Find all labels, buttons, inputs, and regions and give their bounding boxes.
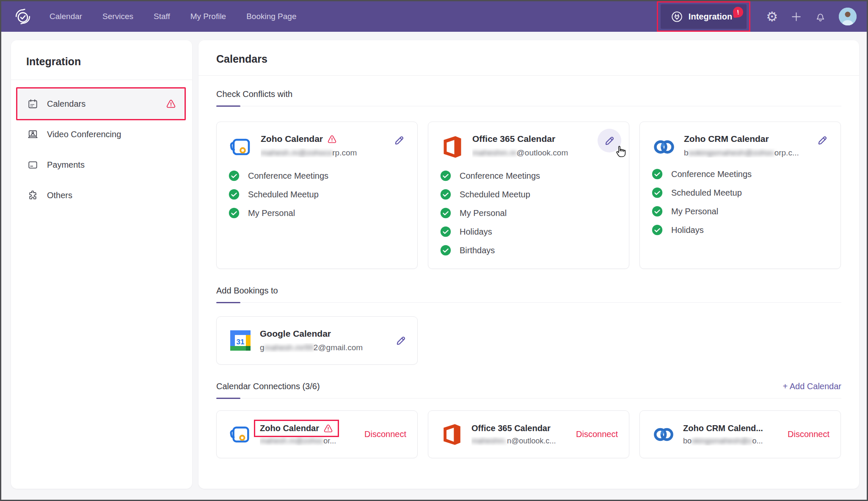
conflict-card-office-365: Office 365 Calendar maheshm.m@outlook.co…	[428, 122, 629, 269]
conflict-cards-row: Zoho Calendar mahesh.m@zohocorp.com Conf…	[216, 122, 841, 269]
nav-item-my-profile[interactable]: My Profile	[190, 12, 226, 21]
settings-icon[interactable]: ⚙	[766, 10, 778, 23]
calendar-checklist: Conference Meetings Scheduled Meetup My …	[440, 170, 617, 256]
check-icon	[652, 169, 663, 180]
integration-sidebar: Integration Calendars	[11, 40, 192, 489]
nav-item-booking-page[interactable]: Booking Page	[246, 12, 296, 21]
connection-card-office-365: Office 365 Calendar maheshm.n@outlook.c.…	[428, 410, 629, 458]
card-title: Zoho Calendar	[261, 134, 323, 144]
alert-badge: !	[733, 6, 744, 18]
svg-text:31: 31	[237, 338, 245, 346]
sidebar-item-payments[interactable]: Payments	[17, 149, 186, 180]
annotation-box-calendars	[16, 87, 186, 120]
notifications-icon[interactable]	[815, 11, 826, 22]
check-icon	[229, 208, 240, 219]
checklist-item: Conference Meetings	[652, 169, 829, 180]
disconnect-link[interactable]: Disconnect	[364, 429, 406, 439]
check-icon	[440, 245, 451, 256]
sidebar-item-others[interactable]: Others	[17, 180, 186, 210]
connection-card-zoho-calendar: Zoho Calendar mahesh.m@zohocor... Discon…	[216, 410, 418, 458]
zoho-calendar-logo	[229, 135, 253, 159]
conflict-card-zoho-crm: Zoho CRM Calendar bookingsmahesh@zohocor…	[639, 122, 841, 269]
sidebar-title: Integration	[11, 40, 192, 80]
card-title: Google Calendar	[260, 329, 331, 339]
nav-menu: Calendar Services Staff My Profile Booki…	[50, 12, 297, 21]
mouse-cursor-icon	[613, 144, 628, 159]
panel-body: Check Conflicts with Zoho Calendar mahes…	[198, 76, 859, 471]
calendar-checklist: Conference Meetings Scheduled Meetup My …	[229, 170, 405, 219]
account-email: mahesh.m@zohocorp.com	[261, 148, 382, 158]
google-calendar-logo: 31	[229, 329, 252, 352]
sidebar-item-video-conferencing[interactable]: Video Conferencing	[17, 119, 186, 149]
checklist-item: Holidays	[652, 224, 829, 235]
video-conferencing-icon	[27, 129, 39, 140]
sidebar-item-label: Calendars	[47, 99, 85, 109]
office-365-logo	[440, 423, 464, 446]
checklist-item: Scheduled Meetup	[229, 189, 405, 200]
payments-icon	[27, 159, 39, 171]
calendar-checklist: Conference Meetings Scheduled Meetup My …	[652, 169, 829, 235]
connection-card-zoho-crm: Zoho CRM Calend... bookingsmahesh@zo... …	[639, 410, 841, 458]
card-title: Office 365 Calendar	[471, 423, 551, 433]
warning-icon	[327, 134, 337, 144]
add-calendar-link[interactable]: + Add Calendar	[783, 382, 841, 391]
page-title: Calendars	[216, 53, 841, 65]
checklist-item: Conference Meetings	[229, 170, 405, 181]
nav-right: Integration ! ⚙	[661, 4, 857, 29]
nav-item-integration[interactable]: Integration !	[661, 4, 747, 29]
card-title: Office 365 Calendar	[472, 134, 555, 144]
warning-icon	[323, 423, 333, 433]
check-icon	[440, 189, 451, 200]
section-rule	[216, 398, 841, 399]
conflict-card-zoho-calendar: Zoho Calendar mahesh.m@zohocorp.com Conf…	[216, 122, 418, 269]
checklist-item: My Personal	[229, 208, 405, 219]
edit-icon[interactable]	[393, 134, 405, 147]
calendar-icon	[27, 98, 39, 110]
sidebar-item-label: Video Conferencing	[47, 130, 121, 139]
disconnect-link[interactable]: Disconnect	[576, 429, 618, 439]
nav-item-staff[interactable]: Staff	[154, 12, 170, 21]
zoho-crm-logo	[652, 137, 676, 157]
add-icon[interactable]	[791, 11, 802, 22]
checklist-item: Conference Meetings	[440, 170, 617, 181]
edit-icon[interactable]	[816, 134, 829, 147]
panel-header: Calendars	[198, 40, 859, 76]
section-heading-bookings: Add Bookings to	[216, 286, 841, 296]
section-rule	[216, 106, 841, 106]
card-title: Zoho CRM Calendar	[684, 134, 769, 144]
edit-button-hovered[interactable]	[598, 129, 621, 152]
nav-item-calendar[interactable]: Calendar	[50, 12, 82, 21]
account-email: maheshm.m@outlook.com	[472, 148, 587, 158]
checklist-item: Birthdays	[440, 245, 617, 256]
zoho-crm-logo	[652, 425, 675, 444]
card-title: Zoho CRM Calend...	[683, 423, 763, 433]
user-avatar[interactable]	[839, 8, 857, 25]
zoho-calendar-logo	[229, 423, 252, 446]
sidebar-item-label: Others	[47, 191, 72, 200]
checklist-item: Holidays	[440, 226, 617, 237]
checklist-item: Scheduled Meetup	[440, 189, 617, 200]
booking-card-google-calendar: 31 Google Calendar gmahesh.mr992@gmail.c…	[216, 316, 418, 365]
section-heading-conflicts: Check Conflicts with	[216, 89, 841, 99]
connection-cards-row: Zoho Calendar mahesh.m@zohocor... Discon…	[216, 410, 841, 458]
check-icon	[652, 224, 663, 235]
check-icon	[229, 189, 240, 200]
office-365-logo	[440, 135, 465, 159]
check-icon	[440, 170, 451, 181]
disconnect-link[interactable]: Disconnect	[788, 429, 829, 439]
zoho-bookings-logo[interactable]	[13, 7, 33, 26]
sidebar-list: Calendars Video Conferencing	[11, 80, 192, 219]
warning-icon	[166, 99, 176, 109]
card-title: Zoho Calendar	[260, 423, 319, 433]
check-icon	[440, 208, 451, 219]
checklist-item: My Personal	[440, 208, 617, 219]
sidebar-item-calendars[interactable]: Calendars	[17, 89, 186, 119]
nav-item-services[interactable]: Services	[102, 12, 133, 21]
top-nav: Calendar Services Staff My Profile Booki…	[1, 1, 867, 32]
check-icon	[440, 226, 451, 237]
checklist-item: My Personal	[652, 206, 829, 217]
section-rule	[216, 302, 841, 303]
check-icon	[229, 170, 240, 181]
account-email: mahesh.m@zohocor...	[260, 437, 355, 446]
edit-icon[interactable]	[394, 334, 407, 347]
